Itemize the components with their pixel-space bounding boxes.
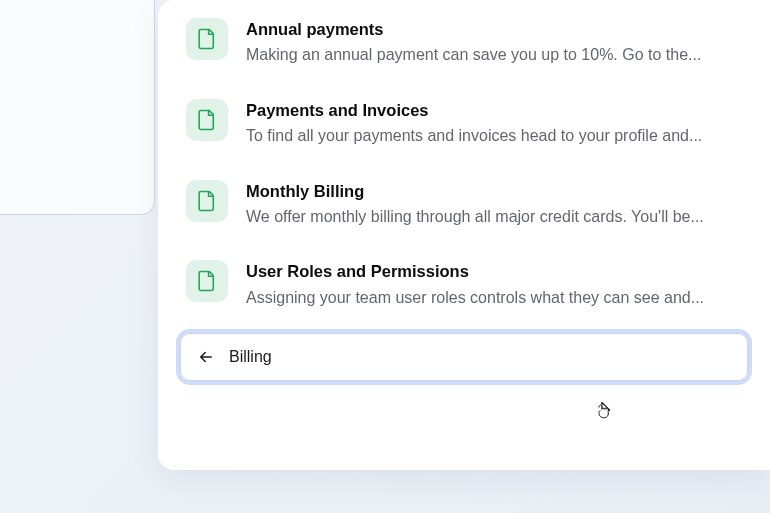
result-title: Annual payments <box>246 19 742 40</box>
result-list: Annual payments Making an annual payment… <box>158 18 770 309</box>
search-results-card: Annual payments Making an annual payment… <box>158 0 770 470</box>
result-item-user-roles[interactable]: User Roles and Permissions Assigning you… <box>186 260 742 309</box>
result-item-payments-invoices[interactable]: Payments and Invoices To find all your p… <box>186 99 742 148</box>
result-text: Monthly Billing We offer monthly billing… <box>246 180 742 229</box>
result-item-monthly-billing[interactable]: Monthly Billing We offer monthly billing… <box>186 180 742 229</box>
result-description: Making an annual payment can save you up… <box>246 44 742 66</box>
result-description: We offer monthly billing through all maj… <box>246 206 742 228</box>
result-title: User Roles and Permissions <box>246 261 742 282</box>
search-area <box>158 333 770 381</box>
result-description: To find all your payments and invoices h… <box>246 125 742 147</box>
result-text: User Roles and Permissions Assigning you… <box>246 260 742 309</box>
document-icon <box>186 18 228 60</box>
background-panel <box>0 0 155 215</box>
result-title: Payments and Invoices <box>246 100 742 121</box>
result-text: Annual payments Making an annual payment… <box>246 18 742 67</box>
back-arrow-icon[interactable] <box>197 348 215 366</box>
result-description: Assigning your team user roles controls … <box>246 287 742 309</box>
search-input[interactable] <box>229 348 731 366</box>
search-box[interactable] <box>180 333 748 381</box>
document-icon <box>186 260 228 302</box>
result-title: Monthly Billing <box>246 181 742 202</box>
document-icon <box>186 180 228 222</box>
result-text: Payments and Invoices To find all your p… <box>246 99 742 148</box>
result-item-annual-payments[interactable]: Annual payments Making an annual payment… <box>186 18 742 67</box>
document-icon <box>186 99 228 141</box>
